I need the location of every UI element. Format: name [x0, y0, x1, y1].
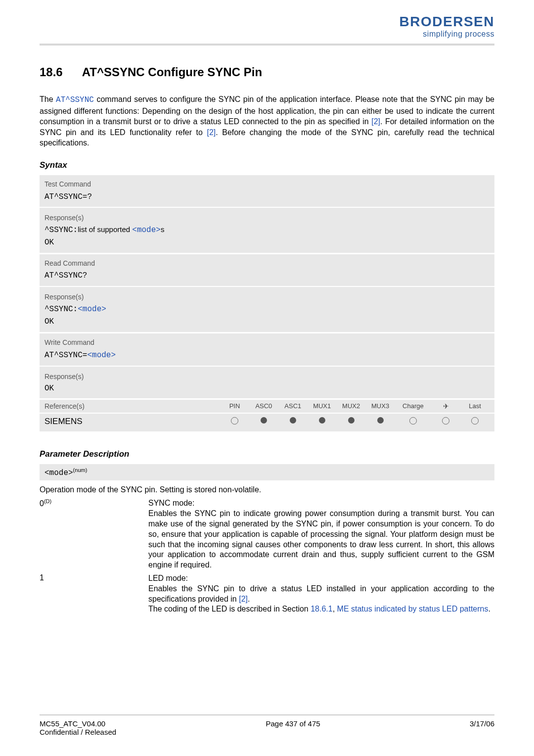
test-response-block: Response(s) ^SSYNC:list of supported <mo…: [40, 207, 494, 252]
block-label: Read Command: [44, 258, 490, 269]
footer-center: Page 437 of 475: [266, 719, 320, 736]
command-text: AT^SSYNC=<mode>: [44, 349, 490, 362]
param-value-1: 1: [40, 573, 148, 614]
command-prefix: AT^SSYNC=: [44, 351, 87, 360]
doc-id: MC55_ATC_V04.00: [40, 719, 116, 728]
mode-param-block: <mode>(num): [40, 464, 494, 480]
open-circle-icon: [471, 417, 479, 425]
mode-text: .: [489, 605, 490, 613]
mode-text: Enables the SYNC pin to indicate growing…: [148, 509, 494, 569]
mode-text: Enables the SYNC pin to drive a status L…: [148, 584, 494, 603]
dot-airplane: [431, 417, 460, 426]
solid-circle-icon: [290, 417, 296, 424]
mode-param-link[interactable]: <mode>: [78, 305, 106, 314]
response-line: ^SSYNC:<mode>: [44, 303, 490, 316]
response-prefix: ^SSYNC:: [44, 305, 78, 314]
ref-link[interactable]: [2]: [239, 595, 248, 603]
solid-circle-icon: [261, 417, 267, 424]
dot-mux2: [337, 417, 366, 426]
mode-param-link[interactable]: <mode>: [87, 351, 116, 360]
page-footer: MC55_ATC_V04.00 Confidential / Released …: [40, 714, 494, 736]
doc-status: Confidential / Released: [40, 728, 116, 736]
mode-param-link[interactable]: <mode>: [132, 226, 161, 235]
footer-right: 3/17/06: [470, 719, 494, 736]
col-airplane-icon: ✈: [431, 402, 460, 410]
brand-name: BRODERSEN: [400, 15, 494, 29]
mode-text: .: [248, 595, 250, 603]
block-label: Write Command: [44, 337, 490, 348]
ok-text: OK: [44, 316, 490, 328]
value-text: 0: [40, 500, 44, 508]
col-last: Last: [460, 402, 490, 410]
section-number: 18.6: [40, 65, 79, 79]
reference-columns: PIN ASC0 ASC1 MUX1 MUX2 MUX3 Charge ✈ La…: [220, 402, 490, 410]
response-line: ^SSYNC:list of supported <mode>s: [44, 224, 490, 236]
num-sup: (num): [73, 467, 88, 473]
read-command-block: Read Command AT^SSYNC?: [40, 254, 494, 286]
mode-title: LED mode:: [148, 574, 188, 582]
mode-text: ,: [333, 605, 337, 613]
response-label: Response(s): [44, 213, 490, 224]
param-value-0: 0(D): [40, 498, 148, 570]
ref-link[interactable]: [2]: [207, 128, 216, 137]
airplane-icon: ✈: [443, 402, 449, 410]
col-mux2: MUX2: [337, 402, 366, 410]
col-mux1: MUX1: [308, 402, 337, 410]
reference-value-row: SIEMENS: [40, 413, 494, 431]
vendor-name: SIEMENS: [44, 417, 220, 426]
parameter-heading: Parameter Description: [40, 449, 494, 459]
dot-charge: [395, 417, 432, 426]
ok-text: OK: [44, 382, 490, 395]
section-name: AT^SSYNC Configure SYNC Pin: [82, 65, 262, 79]
dot-mux1: [308, 417, 337, 426]
open-circle-icon: [409, 417, 417, 425]
header: BRODERSEN simplifying process: [40, 15, 494, 39]
col-asc1: ASC1: [278, 402, 308, 410]
write-command-block: Write Command AT^SSYNC=<mode>: [40, 333, 494, 366]
open-circle-icon: [442, 417, 449, 425]
footer-divider: [40, 714, 494, 715]
footer-left: MC55_ATC_V04.00 Confidential / Released: [40, 719, 116, 736]
param-desc-1: LED mode: Enables the SYNC pin to drive …: [148, 573, 494, 614]
default-sup: (D): [44, 498, 51, 504]
response-prefix: ^SSYNC:: [44, 226, 78, 235]
mode-title: SYNC mode:: [148, 499, 194, 507]
section-title: 18.6 AT^SSYNC Configure SYNC Pin: [40, 65, 494, 79]
command-text: AT^SSYNC?: [44, 270, 490, 282]
syntax-heading: Syntax: [40, 160, 494, 170]
write-response-block: Response(s) OK: [40, 366, 494, 398]
response-label: Response(s): [44, 372, 490, 382]
dot-asc1: [278, 417, 308, 426]
header-divider: [40, 44, 494, 46]
intro-text: The: [40, 95, 56, 103]
solid-circle-icon: [348, 417, 355, 424]
dot-asc0: [249, 417, 278, 426]
response-label: Response(s): [44, 292, 490, 303]
command-text: AT^SSYNC=?: [44, 191, 490, 203]
section-link[interactable]: ME status indicated by status LED patter…: [337, 605, 489, 613]
brand-tagline: simplifying process: [400, 30, 494, 39]
intro-paragraph: The AT^SSYNC command serves to configure…: [40, 94, 494, 148]
param-desc-0: SYNC mode: Enables the SYNC pin to indic…: [148, 498, 494, 570]
block-label: Test Command: [44, 179, 490, 190]
reference-label: Reference(s): [44, 402, 220, 410]
dot-last: [460, 417, 490, 426]
response-text: list of supported: [78, 225, 132, 234]
col-charge: Charge: [395, 402, 432, 410]
dot-pin: [220, 417, 249, 426]
ref-link[interactable]: [2]: [371, 117, 380, 126]
col-asc0: ASC0: [249, 402, 278, 410]
ok-text: OK: [44, 236, 490, 249]
test-command-block: Test Command AT^SSYNC=?: [40, 175, 494, 207]
param-description: Operation mode of the SYNC pin. Setting …: [40, 485, 494, 494]
read-response-block: Response(s) ^SSYNC:<mode> OK: [40, 286, 494, 331]
brand-logo: BRODERSEN simplifying process: [400, 15, 494, 39]
param-row-1: 1 LED mode: Enables the SYNC pin to driv…: [40, 573, 494, 614]
section-link[interactable]: 18.6.1: [311, 605, 332, 613]
open-circle-icon: [231, 417, 238, 425]
dot-mux3: [366, 417, 395, 426]
col-mux3: MUX3: [366, 402, 395, 410]
at-command-link[interactable]: AT^SSYNC: [56, 95, 94, 104]
mode-text: The coding of the LED is described in Se…: [148, 605, 311, 613]
footer-row: MC55_ATC_V04.00 Confidential / Released …: [40, 719, 494, 736]
